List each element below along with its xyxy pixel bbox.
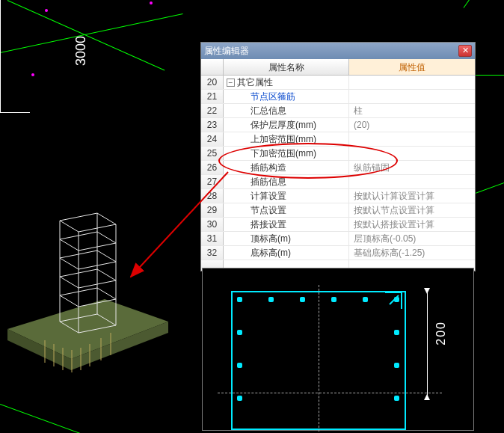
table-row[interactable]: 20 − 其它属性 [201,76,475,90]
table-row[interactable]: 28 计算设置 按默认计算设置计算 [201,189,475,203]
dialog-titlebar[interactable]: 属性编辑器 ✕ [201,43,475,59]
table-row-highlighted[interactable]: 26 插筋构造 纵筋锚固 [201,161,475,175]
link-node-stirrup[interactable]: 节点区箍筋 [224,90,349,103]
dimension-3000: 3000 [73,36,89,66]
svg-marker-24 [424,394,430,400]
table-row[interactable]: 30 搭接设置 按默认搭接设置计算 [201,218,475,232]
svg-marker-10 [60,251,116,269]
table-row[interactable]: 31 顶标高(m) 层顶标高(-0.05) [201,232,475,246]
svg-marker-23 [424,288,430,294]
section-preview[interactable]: 200 [202,268,474,431]
table-row[interactable]: 21 节点区箍筋 [201,90,475,104]
header-name: 属性名称 [224,59,349,75]
property-editor-dialog: 属性编辑器 ✕ 属性名称 属性值 20 − 其它属性 21 节点区箍筋 22 汇… [200,42,476,271]
dimension-200: 200 [434,321,448,346]
dialog-title: 属性编辑器 [204,45,249,58]
svg-marker-9 [60,232,116,251]
table-row[interactable]: 23 保护层厚度(mm) (20) [201,118,475,132]
dialog-close-button[interactable]: ✕ [458,45,472,57]
grid-body: 20 − 其它属性 21 节点区箍筋 22 汇总信息 柱 23 保护层厚度(mm… [201,76,475,271]
table-row[interactable]: 24 上加密范围(mm) [201,132,475,147]
table-row[interactable]: 22 汇总信息 柱 [201,104,475,118]
svg-marker-3 [60,213,116,232]
table-row[interactable]: 27 插筋信息 [201,175,475,189]
grid-header: 属性名称 属性值 [201,59,475,76]
table-row[interactable]: 29 节点设置 按默认节点设置计算 [201,203,475,218]
table-row[interactable]: 25 下加密范围(mm) [201,147,475,161]
table-row[interactable]: 32 底标高(m) 基础底标高(-1.25) [201,246,475,260]
header-value: 属性值 [349,59,475,75]
svg-marker-11 [60,269,116,288]
collapse-icon[interactable]: − [227,79,235,87]
close-icon: ✕ [462,46,469,55]
svg-line-22 [131,172,228,277]
